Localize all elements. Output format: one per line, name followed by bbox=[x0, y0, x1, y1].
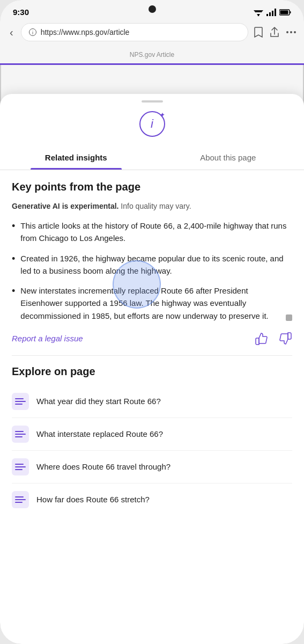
signal-icon bbox=[266, 9, 276, 16]
feedback-row: Report a legal issue bbox=[12, 332, 292, 356]
camera-notch bbox=[149, 5, 156, 13]
thumbs-up-icon[interactable] bbox=[255, 332, 269, 346]
more-icon[interactable] bbox=[286, 27, 296, 38]
thumbs-down-icon[interactable] bbox=[278, 332, 292, 346]
svg-point-14 bbox=[290, 31, 292, 33]
phone-shell: 9:30 ‹ bbox=[0, 0, 304, 644]
explore-text-2: What interstate replaced Route 66? bbox=[36, 429, 163, 438]
svg-rect-10 bbox=[290, 11, 291, 13]
bullet-item-2: Created in 1926, the highway became popu… bbox=[12, 252, 292, 277]
browser-actions bbox=[254, 27, 296, 38]
tab-related-insights[interactable]: Related insights bbox=[0, 145, 152, 170]
info-icon: i bbox=[29, 28, 36, 36]
svg-text:i: i bbox=[32, 30, 33, 35]
explore-icon-4 bbox=[12, 491, 29, 508]
sparkle-icon: ✦ bbox=[160, 111, 165, 119]
page-tabs: NPS.gov Article bbox=[0, 46, 304, 65]
svg-point-13 bbox=[286, 31, 288, 33]
url-bar[interactable]: i https://www.nps.gov/article bbox=[21, 23, 248, 41]
bullet-item-3: New interstates incrementally replaced R… bbox=[12, 284, 292, 322]
explore-icon-2 bbox=[12, 426, 29, 443]
svg-rect-6 bbox=[272, 11, 273, 16]
explore-lines-icon-4 bbox=[15, 496, 26, 503]
explore-text-1: What year did they start Route 66? bbox=[36, 397, 161, 406]
explore-title: Explore on page bbox=[12, 365, 292, 378]
wifi-icon bbox=[254, 9, 263, 16]
ai-icon-letter: i bbox=[151, 117, 153, 131]
explore-text-3: Where does Route 66 travel through? bbox=[36, 462, 170, 471]
svg-rect-7 bbox=[275, 9, 276, 16]
sheet-handle bbox=[142, 100, 163, 103]
bottom-sheet: i ✦ Related insights About this page Key… bbox=[0, 94, 304, 644]
disclaimer-bold: Generative AI is experimental. bbox=[12, 202, 118, 210]
bullet-list: This article looks at the history of Rou… bbox=[12, 219, 292, 322]
svg-rect-5 bbox=[269, 12, 271, 16]
explore-item-1[interactable]: What year did they start Route 66? bbox=[12, 385, 292, 418]
key-points-title: Key points from the page bbox=[12, 181, 292, 193]
url-text: https://www.nps.gov/article bbox=[41, 28, 240, 36]
svg-point-15 bbox=[294, 31, 296, 33]
explore-icon-3 bbox=[12, 458, 29, 475]
svg-rect-4 bbox=[266, 14, 268, 16]
explore-list: What year did they start Route 66? What … bbox=[12, 385, 292, 516]
explore-item-2[interactable]: What interstate replaced Route 66? bbox=[12, 418, 292, 451]
page-tab: NPS.gov Article bbox=[0, 46, 304, 65]
citation-badge bbox=[286, 314, 292, 321]
bullet-item-1: This article looks at the history of Rou… bbox=[12, 219, 292, 245]
explore-lines-icon-2 bbox=[15, 431, 26, 437]
status-time: 9:30 bbox=[13, 8, 29, 17]
explore-item-4[interactable]: How far does Route 66 stretch? bbox=[12, 484, 292, 516]
tabs-container: Related insights About this page bbox=[0, 145, 304, 170]
feedback-icons bbox=[255, 332, 292, 346]
bookmark-icon[interactable] bbox=[254, 27, 263, 38]
ai-icon: i ✦ bbox=[139, 111, 165, 137]
disclaimer-suffix: Info quality may vary. bbox=[118, 202, 191, 210]
explore-lines-icon bbox=[15, 398, 26, 405]
tab-about-page[interactable]: About this page bbox=[152, 145, 305, 170]
explore-item-3[interactable]: Where does Route 66 travel through? bbox=[12, 451, 292, 484]
explore-lines-icon-3 bbox=[15, 464, 26, 470]
browser-chrome: ‹ i https://www.nps.gov/article bbox=[0, 19, 304, 46]
explore-text-4: How far does Route 66 stretch? bbox=[36, 495, 150, 504]
back-button[interactable]: ‹ bbox=[8, 24, 16, 41]
svg-rect-9 bbox=[280, 10, 288, 14]
content-area: Key points from the page Generative AI i… bbox=[0, 170, 304, 526]
status-icons bbox=[254, 9, 291, 16]
ai-disclaimer: Generative AI is experimental. Info qual… bbox=[12, 201, 292, 212]
ai-icon-container: i ✦ bbox=[0, 107, 304, 145]
battery-icon bbox=[279, 9, 291, 16]
share-icon[interactable] bbox=[270, 27, 279, 38]
report-link[interactable]: Report a legal issue bbox=[12, 334, 83, 343]
explore-icon-1 bbox=[12, 393, 29, 410]
